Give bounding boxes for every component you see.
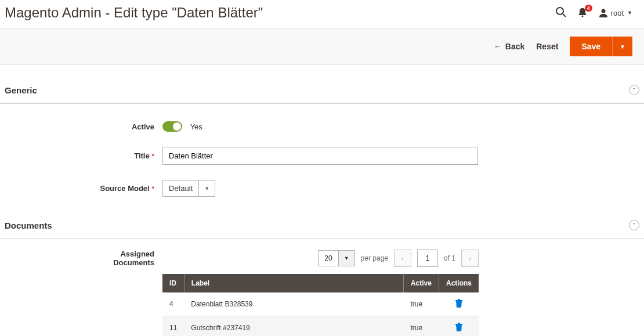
col-active: Active xyxy=(403,274,439,292)
arrow-left-icon: ← xyxy=(494,42,502,51)
title-label: Title* xyxy=(0,151,162,160)
required-mark: * xyxy=(152,185,154,192)
section-generic-title: Generic xyxy=(5,85,37,95)
page-of-text: of 1 xyxy=(444,254,455,262)
back-button[interactable]: ← Back xyxy=(494,42,524,51)
delete-icon[interactable] xyxy=(455,301,463,309)
source-model-select[interactable]: Default ▼ xyxy=(162,180,215,197)
col-id: ID xyxy=(162,274,184,292)
per-page-text: per page xyxy=(361,254,388,262)
required-mark: * xyxy=(152,153,154,160)
svg-point-2 xyxy=(581,15,583,17)
caret-down-icon: ▼ xyxy=(198,180,215,196)
cell-id: 4 xyxy=(162,292,184,316)
section-documents-title: Documents xyxy=(5,221,52,230)
chevron-right-icon: › xyxy=(469,254,471,263)
svg-point-0 xyxy=(556,8,563,15)
collapse-generic-button[interactable]: ⌃ xyxy=(629,85,639,95)
documents-table: ID Label Active Actions 4Datenblatt B328… xyxy=(162,274,479,336)
user-menu[interactable]: root ▼ xyxy=(598,8,632,18)
reset-button[interactable]: Reset xyxy=(536,42,558,51)
user-icon xyxy=(598,8,609,18)
col-actions: Actions xyxy=(439,274,479,292)
page-title: Magento Admin - Edit type "Daten Blätter… xyxy=(5,5,263,21)
page-input[interactable] xyxy=(417,250,438,267)
user-name-label: root xyxy=(611,9,624,17)
table-row: 11Gutschrift #237419true xyxy=(162,316,479,337)
notification-badge: 4 xyxy=(585,5,592,12)
cell-label: Gutschrift #237419 xyxy=(184,316,403,337)
chevron-up-icon: ⌃ xyxy=(632,222,636,228)
cell-id: 11 xyxy=(162,316,184,337)
notification-icon[interactable]: 4 xyxy=(577,7,588,19)
source-model-label: Source Model* xyxy=(0,184,162,193)
chevron-left-icon: ‹ xyxy=(401,254,404,263)
assigned-documents-label: Assigned Documents xyxy=(109,250,162,267)
per-page-select[interactable]: 20 ▼ xyxy=(318,250,354,266)
back-label: Back xyxy=(505,42,524,51)
cell-label: Datenblatt B328539 xyxy=(184,292,403,316)
next-page-button[interactable]: › xyxy=(461,250,479,267)
save-button[interactable]: Save xyxy=(570,37,612,56)
prev-page-button[interactable]: ‹ xyxy=(394,250,411,267)
table-row: 4Datenblatt B328539true xyxy=(162,292,479,316)
cell-active: true xyxy=(403,316,439,337)
svg-point-3 xyxy=(601,9,605,13)
title-input[interactable] xyxy=(162,147,478,165)
active-value: Yes xyxy=(190,122,202,131)
cell-active: true xyxy=(403,292,439,316)
caret-down-icon: ▼ xyxy=(620,44,625,50)
svg-line-1 xyxy=(563,14,566,17)
search-icon[interactable] xyxy=(555,6,567,20)
caret-down-icon: ▼ xyxy=(338,251,354,266)
caret-down-icon: ▼ xyxy=(627,10,632,16)
save-dropdown-button[interactable]: ▼ xyxy=(612,37,632,56)
active-toggle[interactable] xyxy=(162,121,182,132)
delete-icon[interactable] xyxy=(455,325,463,333)
chevron-up-icon: ⌃ xyxy=(632,87,636,93)
source-model-value: Default xyxy=(163,180,198,196)
per-page-value: 20 xyxy=(319,251,338,266)
collapse-documents-button[interactable]: ⌃ xyxy=(629,220,639,230)
col-label: Label xyxy=(184,274,403,292)
active-label: Active xyxy=(0,122,162,131)
